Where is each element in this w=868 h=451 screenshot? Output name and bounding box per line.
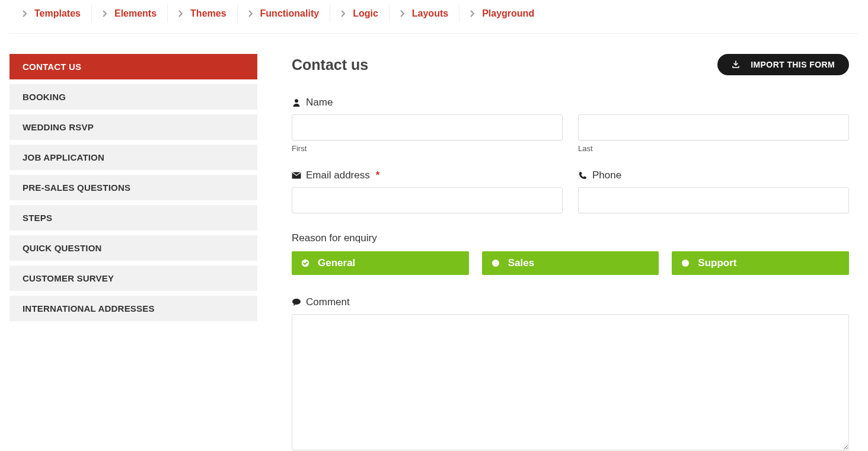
phone-icon	[578, 171, 588, 180]
sidebar-item-booking[interactable]: BOOKING	[9, 84, 257, 110]
svg-point-4	[682, 260, 689, 267]
sidebar-item-label: CUSTOMER SURVEY	[23, 273, 114, 283]
first-name-sublabel: First	[292, 144, 563, 153]
user-icon	[292, 98, 301, 107]
email-label-text: Email address	[306, 169, 370, 181]
comment-textarea[interactable]	[292, 314, 849, 450]
nav-functionality[interactable]: Functionality	[238, 5, 331, 23]
chevron-right-icon	[103, 10, 107, 17]
sidebar-item-contact-us[interactable]: CONTACT US	[9, 54, 257, 79]
phone-input[interactable]	[578, 187, 849, 213]
option-label: Support	[698, 257, 736, 269]
comment-label-text: Comment	[306, 296, 350, 308]
envelope-icon	[292, 172, 301, 179]
reason-option-general[interactable]: General	[292, 251, 469, 275]
import-button-label: IMPORT THIS FORM	[751, 60, 835, 69]
page-title: Contact us	[292, 56, 368, 73]
sidebar-item-steps[interactable]: STEPS	[9, 205, 257, 231]
phone-label-text: Phone	[592, 169, 621, 181]
chevron-right-icon	[23, 10, 27, 17]
radio-icon	[681, 259, 690, 267]
phone-label: Phone	[578, 169, 849, 181]
chevron-right-icon	[400, 10, 405, 17]
sidebar-item-label: BOOKING	[23, 92, 66, 102]
nav-playground[interactable]: Playground	[459, 5, 545, 23]
reason-option-support[interactable]: Support	[672, 251, 849, 275]
nav-label: Themes	[190, 8, 226, 19]
download-icon	[732, 60, 740, 69]
sidebar-item-job-application[interactable]: JOB APPLICATION	[9, 145, 257, 170]
svg-point-0	[295, 99, 298, 103]
nav-label: Templates	[34, 8, 81, 19]
sidebar-item-label: PRE-SALES QUESTIONS	[23, 183, 130, 193]
radio-icon	[492, 259, 500, 267]
nav-label: Layouts	[412, 8, 448, 19]
name-label-text: Name	[306, 97, 333, 108]
sidebar-item-label: QUICK QUESTION	[23, 243, 102, 253]
sidebar-item-customer-survey[interactable]: CUSTOMER SURVEY	[9, 266, 257, 291]
chevron-right-icon	[470, 10, 475, 17]
option-label: General	[318, 257, 355, 269]
first-name-input[interactable]	[292, 114, 563, 140]
nav-label: Elements	[114, 8, 157, 19]
reason-label: Reason for enquiry	[292, 232, 849, 244]
content-area: Contact us IMPORT THIS FORM Name First	[257, 54, 859, 451]
reason-options: General Sales Support	[292, 251, 849, 275]
check-circle-icon	[301, 259, 309, 267]
sidebar-item-international-addresses[interactable]: INTERNATIONAL ADDRESSES	[9, 296, 257, 321]
sidebar-item-quick-question[interactable]: QUICK QUESTION	[9, 235, 257, 261]
reason-option-sales[interactable]: Sales	[482, 251, 659, 275]
sidebar-item-label: WEDDING RSVP	[23, 122, 94, 132]
sidebar-item-wedding-rsvp[interactable]: WEDDING RSVP	[9, 114, 257, 140]
required-marker: *	[376, 169, 380, 181]
nav-label: Logic	[353, 8, 378, 19]
nav-themes[interactable]: Themes	[168, 5, 237, 23]
chevron-right-icon	[248, 10, 253, 17]
nav-logic[interactable]: Logic	[330, 5, 390, 23]
nav-templates[interactable]: Templates	[19, 5, 92, 23]
last-name-input[interactable]	[578, 114, 849, 140]
sidebar-item-pre-sales-questions[interactable]: PRE-SALES QUESTIONS	[9, 175, 257, 200]
sidebar-item-label: INTERNATIONAL ADDRESSES	[23, 303, 155, 314]
sidebar: CONTACT US BOOKING WEDDING RSVP JOB APPL…	[9, 54, 257, 451]
email-input[interactable]	[292, 187, 563, 213]
comment-icon	[292, 298, 301, 306]
top-nav: Templates Elements Themes Functionality …	[9, 0, 859, 34]
last-name-sublabel: Last	[578, 144, 849, 153]
email-label: Email address *	[292, 169, 563, 181]
svg-point-3	[492, 260, 499, 267]
sidebar-item-label: CONTACT US	[23, 62, 81, 72]
nav-elements[interactable]: Elements	[92, 5, 168, 23]
import-form-button[interactable]: IMPORT THIS FORM	[717, 54, 849, 75]
comment-label: Comment	[292, 296, 849, 308]
chevron-right-icon	[341, 10, 346, 17]
name-label: Name	[292, 97, 849, 108]
nav-label: Functionality	[260, 8, 320, 19]
sidebar-item-label: JOB APPLICATION	[23, 152, 104, 162]
sidebar-item-label: STEPS	[23, 213, 52, 223]
svg-point-5	[292, 299, 301, 305]
content-header: Contact us IMPORT THIS FORM	[292, 54, 849, 75]
chevron-right-icon	[178, 10, 183, 17]
nav-layouts[interactable]: Layouts	[390, 5, 459, 23]
option-label: Sales	[508, 257, 534, 269]
nav-label: Playground	[482, 8, 534, 19]
